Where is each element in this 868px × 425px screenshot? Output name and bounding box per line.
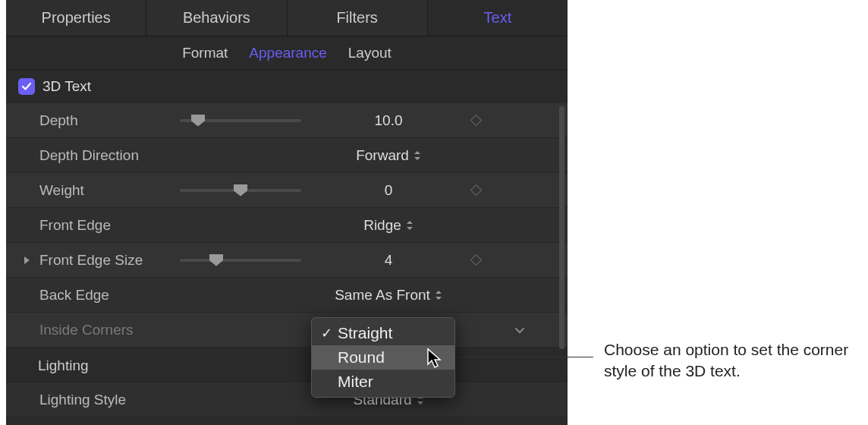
label-inside-corners: Inside Corners: [39, 322, 180, 338]
value-weight[interactable]: 0: [324, 182, 453, 199]
section-header-3d-text: 3D Text: [6, 70, 568, 103]
slider-depth[interactable]: [180, 119, 301, 122]
disclosure-front-edge-size[interactable]: [23, 256, 39, 265]
subtab-format[interactable]: Format: [182, 45, 228, 61]
tab-properties[interactable]: Properties: [6, 0, 146, 36]
row-lighting-style: Lighting Style Standard: [6, 382, 568, 417]
keyframe-icon[interactable]: [470, 184, 482, 197]
popup-option-label: Straight: [338, 324, 392, 342]
row-inside-corners: Inside Corners: [6, 313, 568, 348]
subtab-appearance[interactable]: Appearance: [249, 45, 326, 61]
subtab-layout[interactable]: Layout: [348, 45, 392, 61]
parameter-rows: Depth 10.0 Depth Direction Forward: [6, 103, 568, 348]
tab-behaviors[interactable]: Behaviors: [146, 0, 287, 36]
checkmark-icon: ✓: [319, 325, 333, 342]
popup-option-label: Miter: [338, 373, 373, 391]
value-depth-direction: Forward: [356, 147, 409, 164]
popup-front-edge[interactable]: Ridge: [363, 217, 414, 234]
label-weight: Weight: [39, 182, 180, 199]
label-depth-direction: Depth Direction: [39, 147, 180, 164]
checkmark-icon: [21, 81, 32, 92]
popup-arrows-icon: [435, 290, 442, 301]
keyframe-icon[interactable]: [470, 254, 482, 266]
tab-text[interactable]: Text: [428, 0, 568, 36]
callout-leader-line: [443, 357, 593, 357]
keyframe-icon[interactable]: [470, 115, 482, 127]
row-back-edge: Back Edge Same As Front: [6, 278, 568, 313]
label-back-edge: Back Edge: [39, 287, 180, 304]
popup-option-label: Round: [338, 348, 385, 367]
label-front-edge: Front Edge: [39, 217, 180, 234]
popup-option-straight[interactable]: ✓ Straight: [312, 321, 454, 345]
value-front-edge: Ridge: [363, 217, 401, 234]
popup-depth-direction[interactable]: Forward: [356, 147, 421, 164]
section-title-3d-text: 3D Text: [42, 78, 91, 95]
tab-filters[interactable]: Filters: [288, 0, 428, 36]
popup-option-miter[interactable]: Miter: [312, 370, 454, 394]
popup-arrows-icon: [414, 150, 421, 161]
slider-thumb-depth[interactable]: [191, 115, 205, 127]
row-depth: Depth 10.0: [6, 103, 568, 138]
value-back-edge: Same As Front: [335, 287, 430, 304]
label-front-edge-size: Front Edge Size: [39, 252, 180, 269]
row-weight: Weight 0: [6, 173, 568, 208]
value-front-edge-size[interactable]: 4: [324, 252, 453, 269]
slider-front-edge-size[interactable]: [180, 259, 301, 262]
group-title-lighting: Lighting: [38, 357, 89, 374]
sub-tab-bar: Format Appearance Layout: [6, 36, 568, 70]
row-front-edge: Front Edge Ridge: [6, 208, 568, 243]
cursor-icon: [426, 348, 443, 372]
slider-thumb-weight[interactable]: [234, 184, 247, 197]
row-front-edge-size: Front Edge Size 4: [6, 243, 568, 278]
inspector-panel: Properties Behaviors Filters Text Format…: [6, 0, 568, 425]
vertical-scrollbar[interactable]: [559, 106, 565, 349]
label-lighting-style: Lighting Style: [39, 392, 180, 408]
slider-thumb-front-edge-size[interactable]: [209, 254, 223, 266]
popup-arrows-icon: [406, 220, 414, 231]
value-depth[interactable]: 10.0: [324, 112, 453, 129]
chevron-down-icon[interactable]: [514, 324, 526, 336]
main-tab-bar: Properties Behaviors Filters Text: [6, 0, 568, 36]
label-depth: Depth: [39, 112, 180, 129]
row-depth-direction: Depth Direction Forward: [6, 138, 568, 173]
popup-back-edge[interactable]: Same As Front: [335, 287, 442, 304]
checkbox-3d-text[interactable]: [18, 78, 35, 95]
group-lighting: Lighting: [6, 349, 568, 382]
callout-text: Choose an option to set the corner style…: [604, 339, 862, 382]
slider-weight[interactable]: [180, 189, 301, 192]
